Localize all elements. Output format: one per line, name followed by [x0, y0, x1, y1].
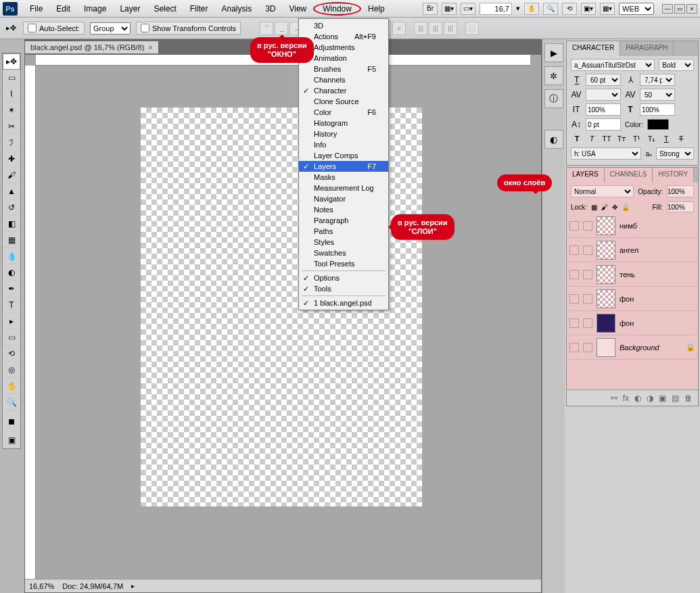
gradient-tool[interactable]: ▦ [3, 232, 20, 248]
link-box[interactable] [583, 245, 592, 255]
distribute-left-icon[interactable]: ||| [414, 22, 427, 35]
auto-select-checkbox[interactable]: Auto-Select: [23, 22, 85, 34]
layer-thumbnail[interactable] [597, 265, 615, 284]
menu-item-masks[interactable]: Masks [299, 172, 388, 183]
crop-tool[interactable]: ✂ [3, 118, 20, 135]
menu-item-swatches[interactable]: Swatches [299, 247, 388, 258]
menu-item-actions[interactable]: ActionsAlt+F9 [299, 31, 388, 42]
adjustment-layer-icon[interactable]: ◑ [647, 394, 653, 403]
layer-row[interactable]: фон [567, 287, 698, 311]
font-family-select[interactable]: a_AssuanTitulStrDst [571, 59, 655, 71]
layer-style-icon[interactable]: fx [623, 394, 629, 403]
layer-thumbnail[interactable] [597, 216, 615, 235]
tracking-input[interactable]: 50 [640, 89, 675, 101]
subscript-button[interactable]: T₁ [645, 135, 657, 143]
path-select-tool[interactable]: ▸ [3, 313, 20, 329]
layer-thumbnail[interactable] [597, 338, 615, 357]
menu-item-paragraph[interactable]: Paragraph [299, 215, 388, 226]
menu-item-channels[interactable]: Channels [299, 74, 388, 85]
visibility-toggle[interactable] [569, 270, 579, 279]
menu-item-document-1[interactable]: 1 black.angel.psd [299, 298, 388, 308]
distribute-hcenter-icon[interactable]: ||| [429, 22, 442, 35]
tab-layers[interactable]: LAYERS [567, 168, 605, 183]
layer-row[interactable]: тень [567, 262, 698, 287]
strikethrough-button[interactable]: T [675, 135, 687, 143]
distribute-bottom-icon[interactable]: ≡ [392, 22, 406, 35]
distribute-right-icon[interactable]: ||| [444, 22, 457, 35]
auto-align-icon[interactable]: ⬚ [465, 22, 479, 35]
lasso-tool[interactable]: ⌇ [3, 86, 20, 102]
tab-channels[interactable]: CHANNELS [605, 168, 653, 183]
font-style-select[interactable]: Bold [659, 59, 694, 71]
fill-input[interactable] [667, 201, 694, 212]
workspace-icon[interactable]: ▦▾ [600, 3, 615, 15]
lock-position-icon[interactable]: ✥ [612, 204, 617, 211]
lock-pixels-icon[interactable]: 🖌 [601, 204, 608, 211]
layer-thumbnail[interactable] [597, 289, 615, 308]
menu-item-layer-comps[interactable]: Layer Comps [299, 150, 388, 161]
smallcaps-button[interactable]: Tᴛ [615, 135, 628, 143]
bridge-button[interactable]: Br [423, 3, 438, 15]
type-tool[interactable]: T [3, 297, 20, 313]
3d-rotate-tool[interactable]: ⟲ [3, 346, 20, 362]
link-box[interactable] [583, 221, 592, 231]
antialias-select[interactable]: Strong [656, 147, 694, 160]
menu-item-styles[interactable]: Styles [299, 237, 388, 247]
navigator-dock-icon[interactable]: ▶ [544, 43, 563, 62]
workspace-select[interactable]: WEB [619, 3, 654, 15]
brush-tool[interactable]: 🖌 [3, 167, 20, 183]
menu-file[interactable]: File [23, 3, 49, 15]
healing-tool[interactable]: ✚ [3, 151, 20, 167]
zoom-tool[interactable]: 🔍 [3, 394, 20, 410]
language-select[interactable]: h: USA [571, 147, 641, 160]
screen-mode-icon[interactable]: ▭▾ [461, 3, 475, 15]
window-restore[interactable]: ▭ [674, 4, 685, 14]
underline-button[interactable]: T [660, 135, 672, 143]
visibility-toggle[interactable] [569, 294, 579, 304]
link-layers-icon[interactable]: ⚯ [611, 394, 617, 403]
layer-name[interactable]: тень [620, 270, 695, 279]
stamp-tool[interactable]: ▲ [3, 183, 20, 199]
menu-item-layers[interactable]: LayersF7 [299, 161, 388, 172]
layer-row[interactable]: фон [567, 311, 698, 335]
tab-paragraph[interactable]: PARAGRAPH [620, 41, 674, 56]
eyedropper-tool[interactable]: ℐ [3, 135, 20, 151]
arrange-documents-icon[interactable]: ▦▾ [442, 3, 457, 15]
blend-mode-select[interactable]: Normal [571, 185, 634, 197]
menu-item-notes[interactable]: Notes [299, 204, 388, 215]
link-box[interactable] [583, 343, 592, 352]
3d-orbit-tool[interactable]: ◎ [3, 362, 20, 378]
quickmask-toggle[interactable]: ▣ [3, 432, 20, 448]
opacity-input[interactable] [667, 185, 694, 197]
menu-item-measurement-log[interactable]: Measurement Log [299, 183, 388, 193]
color-swatch[interactable]: ◼ [3, 410, 20, 432]
link-box[interactable] [583, 270, 592, 279]
menu-item-paths[interactable]: Paths [299, 226, 388, 237]
menu-3d[interactable]: 3D [258, 3, 282, 15]
zoom-input[interactable] [480, 3, 512, 15]
vscale-input[interactable] [586, 103, 621, 116]
info-dock-icon[interactable]: ⓘ [544, 89, 563, 108]
menu-item-navigator[interactable]: Navigator [299, 193, 388, 204]
menu-item-options[interactable]: Options [299, 272, 388, 283]
layer-mask-icon[interactable]: ◐ [634, 394, 641, 403]
font-size-input[interactable]: 60 pt [586, 74, 621, 86]
menu-item-info[interactable]: Info [299, 139, 388, 150]
canvas-viewport[interactable] [36, 66, 530, 579]
blur-tool[interactable]: 💧 [3, 248, 20, 264]
marquee-tool[interactable]: ▭ [3, 70, 20, 86]
menu-edit[interactable]: Edit [49, 3, 77, 15]
text-color-swatch[interactable] [647, 119, 669, 130]
kerning-input[interactable] [586, 89, 621, 101]
baseline-input[interactable] [586, 118, 621, 131]
dodge-tool[interactable]: ◐ [3, 264, 20, 281]
menu-image[interactable]: Image [77, 3, 113, 15]
hand-tool-icon[interactable]: ✋ [524, 3, 539, 15]
layer-row[interactable]: нимб [567, 214, 698, 238]
menu-filter[interactable]: Filter [183, 3, 215, 15]
menu-item-brushes[interactable]: BrushesF5 [299, 64, 388, 74]
hand-tool[interactable]: ✋ [3, 378, 20, 394]
menu-item-tool-presets[interactable]: Tool Presets [299, 258, 388, 269]
quick-select-tool[interactable]: ✶ [3, 102, 20, 118]
visibility-toggle[interactable] [569, 343, 579, 352]
